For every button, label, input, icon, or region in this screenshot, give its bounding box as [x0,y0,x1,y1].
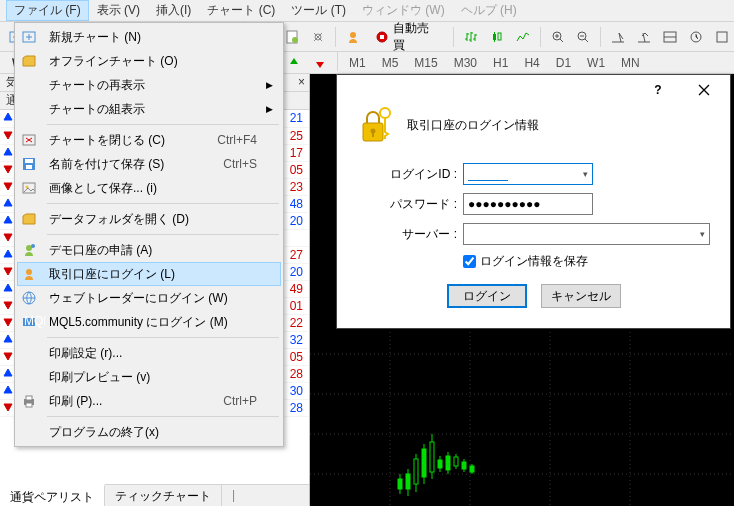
timeframe-M30[interactable]: M30 [446,54,485,72]
server-label: サーバー : [357,226,463,243]
server-combo[interactable]: ▾ [463,223,710,245]
demo-icon [21,242,45,258]
menu-item-n[interactable]: 新規チャート (N) [17,25,281,49]
timeframe-H4[interactable]: H4 [516,54,547,72]
svg-point-60 [31,244,35,248]
timeframe-H1[interactable]: H1 [485,54,516,72]
timeframe-W1[interactable]: W1 [579,54,613,72]
candle-chart-btn[interactable] [485,25,509,49]
login-id-combo[interactable]: ▾ [463,163,593,185]
svg-text:MQL: MQL [24,314,45,328]
arrow-up-icon[interactable] [282,51,306,75]
options-btn[interactable] [306,25,330,49]
help-button[interactable]: ? [638,76,678,104]
folder-icon [21,211,45,227]
menu-item-p[interactable]: 印刷 (P)...Ctrl+P [17,389,281,413]
timeframe-M1[interactable]: M1 [341,54,374,72]
svg-rect-49 [462,462,466,469]
new-chart-icon [21,29,45,45]
save-login-checkbox[interactable] [463,255,476,268]
timeframe-D1[interactable]: D1 [548,54,579,72]
chevron-right-icon: ▶ [266,104,273,114]
cancel-button[interactable]: キャンセル [541,284,621,308]
menu-item-x[interactable]: プログラムの終了(x) [17,420,281,444]
menu-item-i[interactable]: 画像として保存... (i) [17,176,281,200]
svg-point-11 [292,37,298,43]
close-icon [21,132,45,148]
close-button[interactable] [684,76,724,104]
panel-close-icon[interactable]: × [298,75,305,89]
svg-rect-70 [372,132,374,137]
svg-rect-37 [414,459,418,484]
templates-btn[interactable] [710,25,734,49]
web-icon [21,290,45,306]
menu-item-w[interactable]: ウェブトレーダーにログイン (W) [17,286,281,310]
login-dialog: ? 取引口座のログイン情報 ログインID : ▾ パスワード : [336,74,731,329]
svg-point-13 [350,32,356,38]
svg-rect-67 [26,403,32,407]
chevron-down-icon: ▾ [700,229,705,239]
menu-挿入(I)[interactable]: 挿入(I) [148,0,199,21]
image-icon [21,180,45,196]
save-login-label: ログイン情報を保存 [480,253,588,270]
menu-item-a[interactable]: デモ口座の申請 (A) [17,238,281,262]
chevron-right-icon: ▶ [266,80,273,90]
svg-rect-22 [717,32,727,42]
arrow-down-icon[interactable] [308,51,332,75]
line-chart-btn[interactable] [511,25,535,49]
menubar: ファイル (F)表示 (V)挿入(I)チャート (C)ツール (T)ウィンドウ … [0,0,734,22]
dialog-title: 取引口座のログイン情報 [407,117,539,134]
tab-symbols[interactable]: 通貨ペアリスト [0,484,105,506]
autotrade-label: 自動売買 [393,20,441,54]
menu-ファイル[interactable]: ファイル (F) [6,0,89,21]
menu-ウィンドウ: ウィンドウ (W) [354,0,453,21]
svg-rect-51 [470,466,474,472]
menu-表示[interactable]: 表示 (V) [89,0,148,21]
menu-ツール[interactable]: ツール (T) [283,0,354,21]
menu-item-c[interactable]: チャートを閉じる (C)Ctrl+F4 [17,128,281,152]
autoscroll-btn[interactable] [606,25,630,49]
menu-item-v[interactable]: 印刷プレビュー (v) [17,365,281,389]
menu-item-l[interactable]: 取引口座にログイン (L) [17,262,281,286]
tab-tick-chart[interactable]: ティックチャート [105,485,222,506]
login-button[interactable]: ログイン [447,284,527,308]
bar-chart-btn[interactable] [459,25,483,49]
svg-rect-56 [26,165,32,169]
zoom-out-btn[interactable] [571,25,595,49]
password-label: パスワード : [357,196,463,213]
file-menu: 新規チャート (N)オフラインチャート (O)チャートの再表示▶チャートの組表示… [14,22,284,447]
lock-keys-icon [357,105,397,145]
market-watch-tabs: 通貨ペアリスト ティックチャート | [0,484,309,506]
autotrade-btn[interactable]: 自動売買 [367,25,448,49]
save-icon [21,156,45,172]
svg-rect-39 [422,449,426,477]
chart-shift-btn[interactable] [632,25,656,49]
menu-item-r[interactable]: 印刷設定 (r)... [17,341,281,365]
experts-btn[interactable] [341,25,365,49]
menu-item-o[interactable]: オフラインチャート (O) [17,49,281,73]
svg-point-71 [380,108,390,118]
password-field[interactable] [463,193,593,215]
svg-rect-17 [498,33,501,40]
svg-rect-66 [26,396,32,400]
menu-item-[interactable]: チャートの組表示▶ [17,97,281,121]
print-icon [21,393,45,409]
svg-rect-35 [406,474,410,489]
zoom-in-btn[interactable] [546,25,570,49]
menu-item-mqlcommunitym[interactable]: MQLMQL5.community にログイン (M) [17,310,281,334]
timeframe-M5[interactable]: M5 [374,54,407,72]
indicators-btn[interactable] [658,25,682,49]
menu-チャート[interactable]: チャート (C) [199,0,283,21]
timeframe-MN[interactable]: MN [613,54,648,72]
menu-item-s[interactable]: 名前を付けて保存 (S)Ctrl+S [17,152,281,176]
menu-ヘルプ: ヘルプ (H) [453,0,525,21]
menu-item-[interactable]: チャートの再表示▶ [17,73,281,97]
offline-icon [21,53,45,69]
svg-rect-55 [25,159,33,163]
mql5-icon: MQL [21,314,45,330]
timeframe-M15[interactable]: M15 [406,54,445,72]
svg-rect-16 [493,34,496,40]
dialog-titlebar: ? [337,75,730,105]
periods-btn[interactable] [684,25,708,49]
menu-item-d[interactable]: データフォルダを開く (D) [17,207,281,231]
